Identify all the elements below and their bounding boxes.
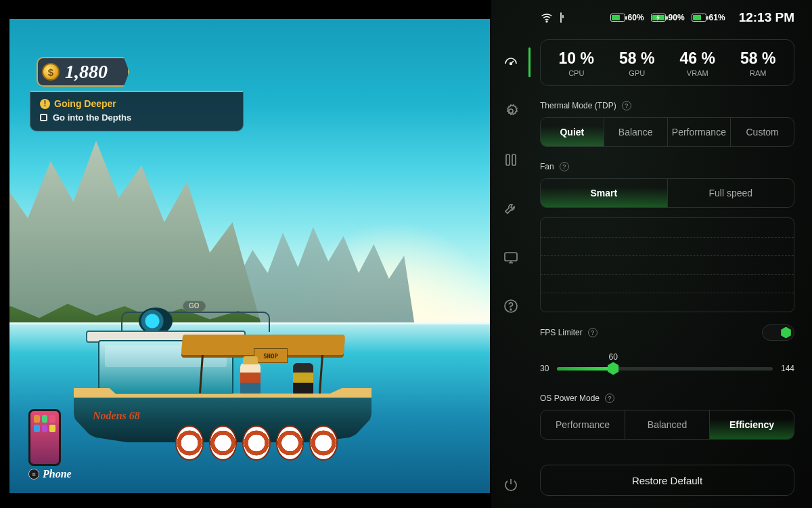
rail-controller[interactable]: [491, 135, 531, 184]
fps-label: FPS Limiter: [540, 328, 583, 337]
shop-sign[interactable]: SHOP: [254, 348, 288, 363]
battery-1: 60%: [610, 13, 644, 22]
power-option-balanced[interactable]: Balanced: [625, 410, 709, 439]
status-bar: 60% 90% 61% 12:13 PM: [540, 3, 794, 33]
clock: 12:13 PM: [739, 10, 794, 25]
gpu-label: GPU: [607, 69, 668, 77]
hud-money: $ 1,880: [37, 57, 129, 87]
cpu-value: 10 %: [546, 49, 607, 68]
help-icon: [503, 298, 519, 314]
help-icon[interactable]: ?: [588, 328, 597, 337]
thermal-option-custom[interactable]: Custom: [730, 118, 794, 146]
menu-button-icon: ≡: [28, 469, 39, 480]
gear-icon: [503, 103, 519, 119]
vram-value: 46 %: [667, 49, 728, 68]
fps-slider[interactable]: 30 60 144: [540, 358, 794, 379]
fps-min: 30: [540, 364, 549, 373]
thermal-label: Thermal Mode (TDP)?: [540, 101, 794, 110]
checkbox-icon: [40, 114, 47, 121]
power-option-performance[interactable]: Performance: [541, 410, 625, 439]
boat: SHOP Nodens 68: [74, 310, 378, 459]
svg-point-1: [509, 109, 513, 113]
charging-icon: [656, 14, 661, 21]
hud-quest-panel: ! Going Deeper Go into the Depths: [30, 91, 244, 131]
rail-tools[interactable]: [491, 184, 531, 233]
wifi-icon: [540, 11, 554, 24]
svg-point-7: [546, 21, 547, 22]
ram-label: RAM: [728, 69, 789, 77]
power-mode-selector[interactable]: PerformanceBalancedEfficiency: [540, 410, 794, 440]
fps-track[interactable]: 60: [557, 367, 773, 371]
fps-toggle[interactable]: [762, 324, 794, 341]
coin-icon: $: [42, 63, 60, 81]
restore-default-button[interactable]: Restore Default: [540, 465, 794, 496]
rail-settings[interactable]: [491, 87, 531, 135]
battery-3: 61%: [692, 13, 725, 22]
phone-icon: [28, 409, 61, 466]
ram-value: 58 %: [728, 49, 789, 68]
fan-option-full speed[interactable]: Full speed: [667, 179, 794, 207]
fps-max: 144: [781, 364, 794, 373]
help-icon[interactable]: ?: [560, 162, 569, 171]
svg-rect-3: [512, 154, 516, 165]
gpu-value: 58 %: [607, 49, 668, 68]
money-value: 1,880: [65, 62, 108, 81]
overlay-rail: [491, 0, 531, 508]
thermal-option-balance[interactable]: Balance: [604, 118, 667, 146]
rail-power[interactable]: [491, 477, 531, 493]
overlay-content: 60% 90% 61% 12:13 PM 10 %CPU 58 %GPU 46 …: [531, 0, 812, 508]
vram-label: VRAM: [667, 69, 728, 77]
battery-2: 90%: [651, 13, 685, 22]
quest-title: Going Deeper: [54, 98, 116, 109]
device-battery-icon: [560, 13, 562, 22]
fps-value: 60: [609, 352, 618, 362]
display-icon: [503, 249, 519, 266]
power-label: OS Power Mode?: [540, 394, 794, 403]
power-option-efficiency[interactable]: Efficiency: [709, 410, 794, 439]
controller-icon: [503, 152, 519, 168]
fan-mode-selector[interactable]: SmartFull speed: [540, 178, 794, 208]
power-icon: [503, 477, 519, 493]
wrench-icon: [503, 200, 519, 217]
cpu-label: CPU: [546, 69, 607, 77]
quest-title-row: ! Going Deeper: [40, 98, 233, 109]
fps-thumb[interactable]: [607, 362, 620, 375]
go-badge[interactable]: GO: [183, 301, 206, 312]
npc-2[interactable]: [293, 363, 313, 394]
svg-rect-4: [505, 253, 517, 261]
quest-task: Go into the Depths: [53, 112, 131, 123]
game-viewport: SHOP Nodens 68 GO $ 1,880 ! Going Deeper…: [9, 19, 490, 493]
rail-display[interactable]: [491, 233, 531, 282]
thermal-option-performance[interactable]: Performance: [667, 118, 731, 146]
svg-point-6: [510, 309, 512, 310]
thermal-mode-selector[interactable]: QuietBalancePerformanceCustom: [540, 117, 794, 147]
metrics-row: 10 %CPU 58 %GPU 46 %VRAM 58 %RAM: [540, 39, 794, 86]
phone-label: Phone: [43, 469, 72, 480]
boat-name: Nodens 68: [93, 410, 140, 421]
phone-widget[interactable]: ≡ Phone: [28, 409, 72, 480]
help-icon[interactable]: ?: [605, 394, 614, 403]
fan-label: Fan?: [540, 162, 794, 171]
fan-option-smart[interactable]: Smart: [541, 179, 667, 207]
svg-rect-2: [506, 154, 510, 165]
life-rings: [175, 425, 338, 461]
rail-help[interactable]: [491, 282, 531, 331]
performance-overlay: 60% 90% 61% 12:13 PM 10 %CPU 58 %GPU 46 …: [491, 0, 812, 508]
quest-task-row: Go into the Depths: [40, 112, 233, 123]
rail-performance[interactable]: [491, 38, 531, 87]
fan-curve-chart[interactable]: [540, 217, 794, 312]
gauge-icon: [503, 54, 519, 70]
thermal-option-quiet[interactable]: Quiet: [541, 118, 604, 146]
svg-point-0: [510, 63, 512, 65]
help-icon[interactable]: ?: [622, 101, 631, 110]
npc-1[interactable]: [240, 363, 261, 394]
alert-icon: !: [40, 99, 50, 109]
